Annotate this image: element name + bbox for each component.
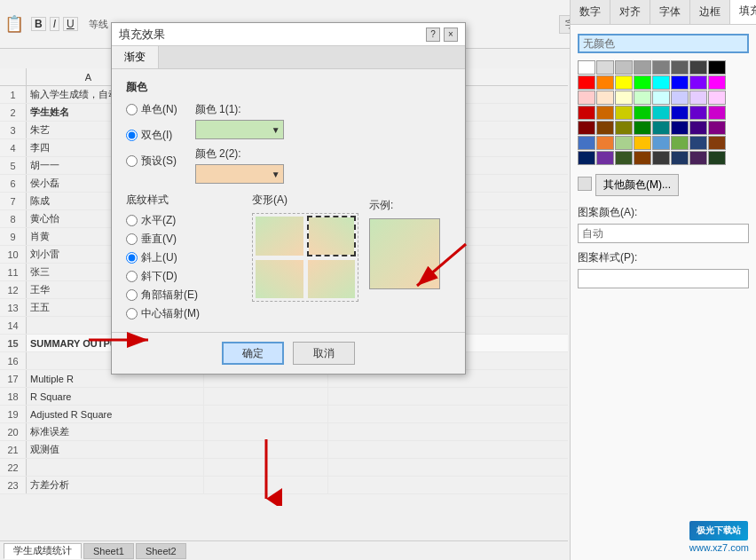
bold-button[interactable]: B <box>31 17 46 31</box>
center-radio[interactable] <box>126 308 138 319</box>
palette-cell[interactable] <box>708 106 726 120</box>
palette-cell[interactable] <box>652 91 670 105</box>
transform-cell-2[interactable] <box>255 259 304 300</box>
texture-horizontal[interactable]: 水平(Z) <box>126 213 241 228</box>
palette-cell[interactable] <box>652 106 670 120</box>
palette-cell[interactable] <box>671 136 689 150</box>
texture-center[interactable]: 中心辐射(M) <box>126 306 241 321</box>
palette-cell[interactable] <box>708 151 726 165</box>
palette-cell[interactable] <box>652 60 670 75</box>
palette-cell[interactable] <box>596 91 614 105</box>
cancel-button[interactable]: 取消 <box>293 342 355 365</box>
palette-cell[interactable] <box>596 121 614 135</box>
palette-cell[interactable] <box>634 91 651 105</box>
dialog-tab-gradient[interactable]: 渐变 <box>112 46 159 68</box>
palette-cell[interactable] <box>708 121 726 135</box>
diagonal-up-radio[interactable] <box>126 252 138 264</box>
palette-cell[interactable] <box>671 106 689 120</box>
tab-align[interactable]: 对齐 <box>610 0 650 24</box>
palette-cell[interactable] <box>652 136 670 150</box>
palette-cell[interactable] <box>578 136 595 150</box>
palette-cell[interactable] <box>596 106 614 120</box>
palette-cell[interactable] <box>689 106 707 120</box>
palette-cell[interactable] <box>578 75 595 90</box>
texture-vertical[interactable]: 垂直(V) <box>126 232 241 247</box>
texture-corner[interactable]: 角部辐射(E) <box>126 288 241 303</box>
palette-cell[interactable] <box>596 75 614 90</box>
tab-number[interactable]: 数字 <box>571 0 610 24</box>
palette-cell[interactable] <box>708 60 726 75</box>
palette-cell[interactable] <box>578 91 595 105</box>
underline-button[interactable]: U <box>63 17 78 31</box>
palette-cell[interactable] <box>671 75 689 90</box>
color1-dropdown[interactable]: ▼ <box>195 120 284 139</box>
palette-cell[interactable] <box>578 60 595 75</box>
palette-cell[interactable] <box>615 136 633 150</box>
palette-cell[interactable] <box>615 106 633 120</box>
palette-cell[interactable] <box>634 136 651 150</box>
palette-cell[interactable] <box>708 75 726 90</box>
dual-color-radio[interactable] <box>126 130 138 141</box>
palette-cell[interactable] <box>634 121 651 135</box>
palette-cell[interactable] <box>689 151 707 165</box>
corner-radio[interactable] <box>126 289 138 301</box>
palette-cell[interactable] <box>689 60 707 75</box>
color2-dropdown[interactable]: ▼ <box>195 164 284 184</box>
transform-cell-1[interactable] <box>307 216 357 256</box>
sheet-tab-1[interactable]: Sheet1 <box>83 543 134 559</box>
preset-color-radio[interactable] <box>126 155 138 167</box>
italic-button[interactable]: I <box>50 17 59 31</box>
dialog-close-button[interactable]: × <box>444 28 458 42</box>
mono-color-option[interactable]: 单色(N) <box>126 102 177 117</box>
transform-cell-0[interactable] <box>255 216 304 256</box>
custom-color-button[interactable] <box>578 177 592 191</box>
sheet-tab-active[interactable]: 学生成绩统计 <box>4 543 82 559</box>
palette-cell[interactable] <box>689 75 707 90</box>
palette-cell[interactable] <box>671 91 689 105</box>
palette-cell[interactable] <box>652 75 670 90</box>
no-color-option[interactable]: 无颜色 <box>578 34 749 53</box>
tab-fill[interactable]: 填充 <box>730 0 756 24</box>
mono-color-radio[interactable] <box>126 104 138 115</box>
palette-cell[interactable] <box>578 121 595 135</box>
palette-cell[interactable] <box>596 60 614 75</box>
palette-cell[interactable] <box>634 75 651 90</box>
tab-font[interactable]: 字体 <box>650 0 690 24</box>
palette-cell[interactable] <box>578 151 595 165</box>
texture-diagonal-down[interactable]: 斜下(D) <box>126 269 241 284</box>
dual-color-option[interactable]: 双色(I) <box>126 128 177 143</box>
pattern-style-selector[interactable] <box>578 269 749 288</box>
palette-cell[interactable] <box>634 151 651 165</box>
palette-cell[interactable] <box>615 75 633 90</box>
palette-cell[interactable] <box>615 121 633 135</box>
diagonal-down-radio[interactable] <box>126 271 138 282</box>
palette-cell[interactable] <box>671 60 689 75</box>
transform-cell-3[interactable] <box>307 259 357 300</box>
palette-cell[interactable] <box>578 106 595 120</box>
horizontal-radio[interactable] <box>126 215 138 226</box>
pattern-color-input[interactable]: 自动 <box>578 224 749 243</box>
palette-cell[interactable] <box>671 121 689 135</box>
palette-cell[interactable] <box>689 136 707 150</box>
palette-cell[interactable] <box>596 151 614 165</box>
texture-diagonal-up[interactable]: 斜上(U) <box>126 250 241 265</box>
palette-cell[interactable] <box>634 106 651 120</box>
palette-cell[interactable] <box>615 151 633 165</box>
palette-cell[interactable] <box>615 60 633 75</box>
sheet-tab-2[interactable]: Sheet2 <box>136 543 186 559</box>
palette-cell[interactable] <box>671 151 689 165</box>
other-colors-button[interactable]: 其他颜色(M)... <box>595 174 679 196</box>
palette-cell[interactable] <box>596 136 614 150</box>
palette-cell[interactable] <box>634 60 651 75</box>
palette-cell[interactable] <box>652 121 670 135</box>
palette-cell[interactable] <box>708 91 726 105</box>
dialog-help-button[interactable]: ? <box>426 28 440 42</box>
vertical-radio[interactable] <box>126 233 138 245</box>
palette-cell[interactable] <box>689 91 707 105</box>
palette-cell[interactable] <box>652 151 670 165</box>
palette-cell[interactable] <box>615 91 633 105</box>
ok-button[interactable]: 确定 <box>222 342 284 365</box>
palette-cell[interactable] <box>689 121 707 135</box>
palette-cell[interactable] <box>708 136 726 150</box>
preset-color-option[interactable]: 预设(S) <box>126 154 177 169</box>
